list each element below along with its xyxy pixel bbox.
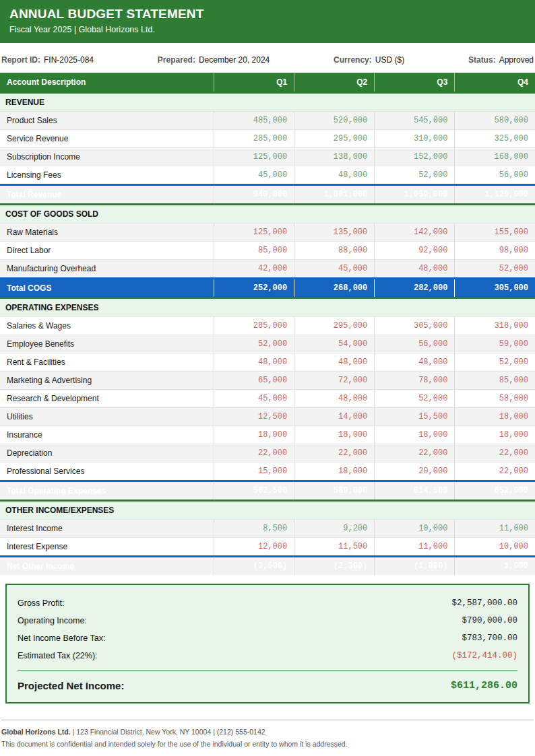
summary-row-gross-profit: Gross Profit: $2,587,000.00	[18, 594, 517, 612]
account-value: 85,000	[455, 372, 535, 390]
account-value: 15,500	[375, 408, 455, 426]
total-label: Net Other Income	[0, 557, 214, 576]
summary-value: $790,000.00	[462, 616, 517, 625]
account-value: 56,000	[375, 335, 455, 353]
total-value: 1,001,000	[294, 185, 375, 205]
total-value: 305,000	[455, 279, 535, 298]
account-value: 58,000	[455, 390, 535, 408]
account-value: 138,000	[294, 148, 375, 166]
section-header-row: OPERATING EXPENSES	[0, 298, 535, 317]
account-value: 65,000	[214, 372, 294, 390]
account-label: Employee Benefits	[0, 335, 214, 353]
account-value: 48,000	[294, 353, 375, 372]
account-row: Interest Expense12,00011,50011,00010,000	[0, 538, 535, 557]
account-value: 142,000	[375, 224, 455, 242]
account-row: Employee Benefits52,00054,00056,00059,00…	[0, 335, 535, 353]
account-row: Direct Labor85,00088,00092,00098,000	[0, 242, 535, 260]
account-row: Product Sales485,000520,000545,000580,00…	[0, 112, 535, 130]
account-value: 98,000	[455, 242, 535, 260]
account-value: 125,000	[214, 148, 294, 166]
account-value: 48,000	[214, 353, 294, 372]
account-row: Research & Development45,00048,00052,000…	[0, 390, 535, 408]
account-label: Utilities	[0, 408, 214, 426]
total-value: 282,000	[375, 279, 455, 298]
budget-table-body: REVENUEProduct Sales485,000520,000545,00…	[0, 93, 535, 576]
account-value: 42,000	[214, 260, 294, 279]
account-value: 48,000	[294, 166, 375, 185]
summary-value: ($172,414.00)	[451, 651, 517, 660]
total-row: Total COGS252,000268,000282,000305,000	[0, 279, 535, 298]
total-row: Total Revenue940,0001,001,0001,059,0001,…	[0, 185, 535, 205]
account-value: 48,000	[294, 390, 375, 408]
total-value: 562,500	[214, 481, 294, 501]
total-label: Total COGS	[0, 279, 214, 298]
report-id-value: FIN-2025-084	[44, 55, 94, 65]
status: Status:Approved	[468, 55, 534, 65]
summary-row-net-income-before-tax: Net Income Before Tax: $783,700.00	[18, 629, 517, 647]
total-value: 1,059,000	[375, 185, 455, 205]
budget-table: Account Description Q1 Q2 Q3 Q4 REVENUEP…	[0, 73, 535, 575]
prepared-label: Prepared:	[158, 55, 195, 65]
account-value: 88,000	[294, 242, 375, 260]
account-value: 48,000	[375, 260, 455, 279]
total-value: 268,000	[294, 279, 375, 298]
account-value: 52,000	[375, 166, 455, 185]
account-value: 168,000	[455, 148, 535, 166]
account-value: 325,000	[455, 130, 535, 148]
account-value: 54,000	[294, 335, 375, 353]
account-value: 18,000	[455, 408, 535, 426]
summary-row-estimated-tax: Estimated Tax (22%): ($172,414.00)	[18, 647, 517, 664]
summary-label: Estimated Tax (22%):	[18, 651, 98, 660]
account-value: 52,000	[214, 335, 294, 353]
summary-net-value: $611,286.00	[451, 680, 517, 691]
account-value: 48,000	[375, 353, 455, 372]
account-value: 52,000	[455, 260, 535, 279]
account-value: 11,000	[375, 538, 455, 557]
account-value: 78,000	[375, 372, 455, 390]
document-header: ANNUAL BUDGET STATEMENT Fiscal Year 2025…	[0, 0, 535, 43]
total-value: (3,500)	[214, 557, 294, 576]
total-value: 589,000	[294, 481, 375, 501]
account-value: 310,000	[375, 130, 455, 148]
total-value: 614,500	[375, 481, 455, 501]
account-row: Manufacturing Overhead42,00045,00048,000…	[0, 260, 535, 279]
account-value: 135,000	[294, 224, 375, 242]
account-row: Raw Materials125,000135,000142,000155,00…	[0, 224, 535, 242]
account-value: 22,000	[455, 462, 535, 481]
footer-company-line: Global Horizons Ltd. | 123 Financial Dis…	[1, 727, 534, 736]
account-value: 12,000	[214, 538, 294, 557]
summary-net-label: Projected Net Income:	[18, 680, 124, 691]
total-value: 1,129,000	[455, 185, 535, 205]
account-value: 125,000	[214, 224, 294, 242]
account-label: Depreciation	[0, 444, 214, 462]
account-value: 9,200	[294, 520, 375, 538]
account-label: Interest Expense	[0, 538, 214, 557]
summary-label: Net Income Before Tax:	[18, 633, 105, 643]
currency-value: USD ($)	[375, 55, 404, 65]
account-value: 18,000	[214, 426, 294, 444]
account-row: Rent & Facilities48,00048,00048,00052,00…	[0, 353, 535, 372]
total-value: (2,300)	[294, 557, 375, 576]
account-label: Interest Income	[0, 520, 214, 538]
account-value: 59,000	[455, 335, 535, 353]
footer-company-address: | 123 Financial District, New York, NY 1…	[71, 728, 265, 736]
account-label: Product Sales	[0, 112, 214, 130]
footer-company-name: Global Horizons Ltd.	[1, 728, 71, 736]
account-row: Salaries & Wages285,000295,000305,000318…	[0, 317, 535, 335]
account-value: 15,000	[214, 462, 294, 481]
section-header-row: OTHER INCOME/EXPENSES	[0, 501, 535, 520]
section-title: OTHER INCOME/EXPENSES	[0, 501, 535, 520]
summary-value: $783,700.00	[462, 633, 517, 643]
account-value: 72,000	[294, 372, 375, 390]
section-header-row: REVENUE	[0, 93, 535, 112]
account-value: 45,000	[214, 166, 294, 185]
budget-table-head: Account Description Q1 Q2 Q3 Q4	[0, 73, 535, 93]
account-value: 45,000	[294, 260, 375, 279]
account-value: 520,000	[294, 112, 375, 130]
account-value: 18,000	[455, 426, 535, 444]
account-value: 295,000	[294, 130, 375, 148]
account-value: 11,000	[455, 520, 535, 538]
account-value: 10,000	[455, 538, 535, 557]
total-value: 252,000	[214, 279, 294, 298]
account-label: Raw Materials	[0, 224, 214, 242]
